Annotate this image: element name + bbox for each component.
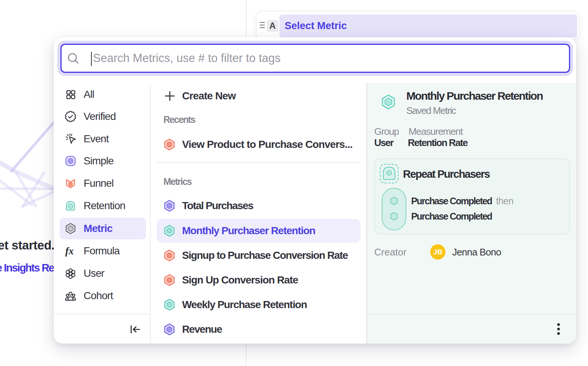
svg-text:fx: fx <box>65 245 74 257</box>
